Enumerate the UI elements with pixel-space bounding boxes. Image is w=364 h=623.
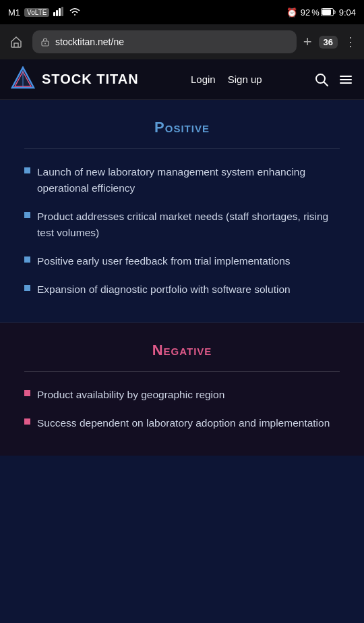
site-logo-text: STOCK TITAN xyxy=(42,72,139,87)
positive-item-4: Expansion of diagnostic portfolio with s… xyxy=(37,281,291,298)
url-text: stocktitan.net/ne xyxy=(55,36,124,47)
bullet-icon xyxy=(24,418,30,425)
logo-area: STOCK TITAN xyxy=(11,66,139,93)
positive-divider xyxy=(24,148,340,149)
search-button[interactable] xyxy=(314,72,329,87)
svg-rect-5 xyxy=(322,9,331,15)
negative-item-1: Product availability by geographic regio… xyxy=(37,387,224,403)
battery-indicator: 92% xyxy=(301,7,336,18)
site-header: STOCK TITAN Login Sign up xyxy=(0,59,364,100)
signup-link[interactable]: Sign up xyxy=(228,74,262,85)
svg-rect-15 xyxy=(340,82,352,84)
main-content: Positive Launch of new laboratory manage… xyxy=(0,100,364,623)
list-item: Product availability by geographic regio… xyxy=(24,387,340,403)
alarm-icon: ⏰ xyxy=(286,7,297,18)
more-options-button[interactable]: ⋮ xyxy=(344,34,357,49)
list-item: Expansion of diagnostic portfolio with s… xyxy=(24,281,340,298)
url-bar[interactable]: stocktitan.net/ne xyxy=(32,30,297,53)
positive-bullet-list: Launch of new laboratory management syst… xyxy=(24,164,340,298)
nav-icons xyxy=(314,72,353,87)
login-link[interactable]: Login xyxy=(191,74,216,85)
bullet-icon xyxy=(24,212,30,218)
svg-rect-13 xyxy=(340,76,352,77)
status-left: M1 VoLTE xyxy=(8,7,80,18)
nav-links: Login Sign up xyxy=(191,74,262,85)
status-bar: M1 VoLTE ⏰ 92% xyxy=(0,0,364,24)
volte-badge: VoLTE xyxy=(24,8,49,17)
positive-section: Positive Launch of new laboratory manage… xyxy=(0,100,364,323)
svg-rect-2 xyxy=(59,8,61,16)
browser-actions: + 36 ⋮ xyxy=(303,34,357,49)
list-item: Positive early user feedback from trial … xyxy=(24,253,340,269)
svg-rect-1 xyxy=(56,10,58,16)
tab-count-badge[interactable]: 36 xyxy=(319,36,338,49)
list-item: Success dependent on laboratory adoption… xyxy=(24,415,340,431)
bullet-icon xyxy=(24,390,30,396)
new-tab-button[interactable]: + xyxy=(303,34,312,49)
bullet-icon xyxy=(24,285,30,291)
svg-rect-0 xyxy=(53,12,55,16)
svg-point-7 xyxy=(44,43,46,45)
menu-button[interactable] xyxy=(338,72,353,87)
wifi-icon xyxy=(69,7,80,18)
negative-item-2: Success dependent on laboratory adoption… xyxy=(37,415,330,431)
home-button[interactable] xyxy=(7,32,26,51)
status-right: ⏰ 92% 9:04 xyxy=(286,7,356,18)
svg-rect-3 xyxy=(61,7,63,16)
negative-section-title: Negative xyxy=(24,342,340,359)
logo-icon xyxy=(11,66,35,93)
carrier-label: M1 xyxy=(8,7,20,18)
url-security-icon xyxy=(39,36,51,48)
negative-section: Negative Product availability by geograp… xyxy=(0,323,364,456)
bullet-icon xyxy=(24,167,30,173)
positive-section-title: Positive xyxy=(24,119,340,136)
bullet-icon xyxy=(24,256,30,263)
time-display: 9:04 xyxy=(339,7,356,18)
browser-bar: stocktitan.net/ne + 36 ⋮ xyxy=(0,24,364,59)
list-item: Product addresses critical market needs … xyxy=(24,209,340,241)
negative-bullet-list: Product availability by geographic regio… xyxy=(24,387,340,431)
list-item: Launch of new laboratory management syst… xyxy=(24,164,340,196)
signal-icon xyxy=(53,7,65,18)
negative-divider xyxy=(24,371,340,372)
svg-rect-14 xyxy=(340,79,352,80)
positive-item-2: Product addresses critical market needs … xyxy=(37,209,340,241)
positive-item-3: Positive early user feedback from trial … xyxy=(37,253,291,269)
positive-item-1: Launch of new laboratory management syst… xyxy=(37,164,340,196)
